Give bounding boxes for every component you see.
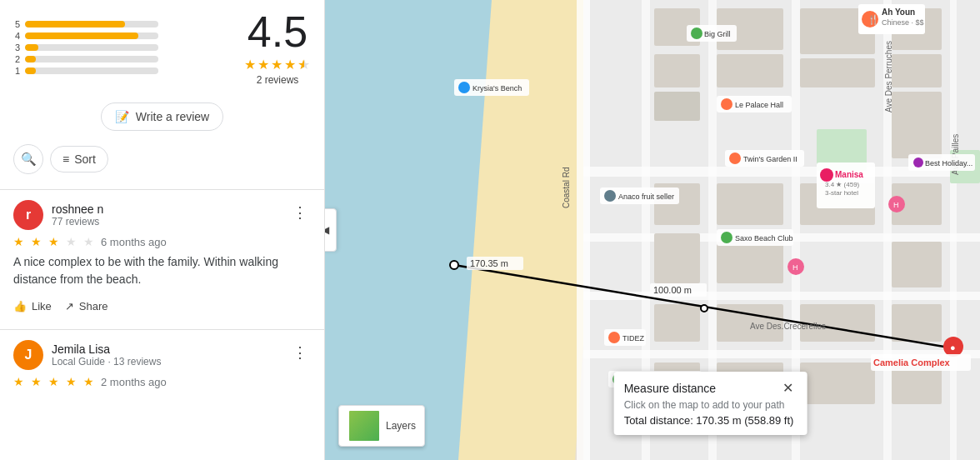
review-star-1c: ★ [48,235,59,248]
svg-rect-23 [892,92,942,158]
collapse-arrow[interactable]: ◀ [325,208,337,252]
bar-num-2: 2 [13,54,20,64]
bar-fill-1 [25,68,36,74]
review-time-1: 6 months ago [101,236,167,248]
layers-label: Layers [386,420,416,432]
bar-track-3 [25,44,158,51]
more-button-1[interactable]: ⋮ [289,200,311,225]
review-card-2: J Jemila Lisa Local Guide · 13 reviews ⋮… [13,340,311,388]
measure-distance: Total distance: 170.35 m (558.89 ft) [624,414,794,427]
svg-rect-27 [717,242,783,283]
reviewer-info-1: roshnee n 77 reviews [52,202,103,228]
search-icon: 🔍 [21,152,37,167]
svg-text:Manisa: Manisa [835,170,863,179]
avatar-1: r [13,200,43,230]
svg-text:Chinese · $$: Chinese · $$ [882,18,924,27]
close-measure-button[interactable]: ✕ [782,380,793,396]
rating-summary: 5 4 3 2 1 4.5 [13,10,311,86]
svg-rect-16 [654,92,700,121]
rating-bars: 5 4 3 2 1 [13,19,231,78]
bar-row-4: 4 [13,31,231,41]
svg-point-42 [450,261,458,269]
measure-popup: Measure distance ✕ Click on the map to a… [614,372,808,435]
svg-point-63 [691,28,702,39]
bar-num-1: 1 [13,66,20,76]
svg-rect-22 [892,54,942,88]
chevron-left-icon: ◀ [325,224,329,236]
svg-text:●: ● [950,342,956,352]
reviewer-meta-1: 77 reviews [52,216,103,228]
search-button[interactable]: 🔍 [13,144,43,174]
reviewer-left-1: r roshnee n 77 reviews [13,200,103,230]
bar-track-5 [25,21,158,28]
bar-num-3: 3 [13,42,20,52]
svg-text:170.35 m: 170.35 m [470,258,508,268]
svg-rect-26 [717,183,783,225]
map-section[interactable]: ◀ [325,0,980,460]
bar-row-3: 3 [13,42,231,52]
svg-text:3.4 ★ (459): 3.4 ★ (459) [825,181,860,188]
svg-text:Best Holiday...: Best Holiday... [925,159,972,168]
svg-text:Twin's Garden II: Twin's Garden II [743,155,798,163]
svg-point-72 [729,152,741,164]
star-2: ★ [258,57,269,72]
reviewer-name-1: roshnee n [52,202,103,216]
svg-rect-18 [717,54,783,88]
like-icon-1: 👍 [13,300,27,312]
svg-rect-15 [654,54,700,88]
share-button-1[interactable]: ↗ Share [65,297,108,316]
svg-point-44 [701,305,708,312]
svg-point-75 [820,168,833,182]
sort-label: Sort [74,152,96,166]
score-section: 4.5 ★ ★ ★ ★ ★ ★ 2 reviews [244,10,311,86]
write-review-label: Write a review [136,110,209,123]
like-button-1[interactable]: 👍 Like [13,297,52,316]
reviewer-info-2: Jemila Lisa Local Guide · 13 reviews [52,342,161,368]
review-stars-time-1: ★ ★ ★ ★ ★ 6 months ago [13,235,311,248]
svg-text:Anaco fruit seller: Anaco fruit seller [618,192,674,201]
svg-text:3-star hotel: 3-star hotel [825,189,858,197]
review-time-2: 2 months ago [101,376,167,388]
measure-title: Measure distance [624,382,717,395]
stars-row: ★ ★ ★ ★ ★ ★ [244,57,311,72]
svg-text:Saxo Beach Club: Saxo Beach Club [735,234,793,242]
svg-text:Krysia's Bench: Krysia's Bench [472,84,522,92]
bar-row-5: 5 [13,19,231,29]
svg-text:Big Grill: Big Grill [704,30,731,38]
divider-2 [0,329,324,330]
svg-point-89 [608,332,620,343]
svg-point-83 [604,190,616,202]
star-4: ★ [284,57,296,72]
svg-point-69 [721,98,732,110]
svg-text:H: H [893,201,899,209]
star-3: ★ [271,57,282,72]
reviewer-header-2: J Jemila Lisa Local Guide · 13 reviews ⋮ [13,340,311,370]
write-review-button[interactable]: 📝 Write a review [101,102,223,131]
review-actions-1: 👍 Like ↗ Share [13,297,311,316]
review-count: 2 reviews [244,74,311,86]
review-card-1: r roshnee n 77 reviews ⋮ ★ ★ ★ ★ ★ 6 mon… [13,200,311,316]
svg-rect-30 [892,242,942,288]
svg-rect-31 [654,304,700,342]
svg-text:Ave Des.Crecerelles: Ave Des.Crecerelles [750,322,826,331]
layers-button[interactable]: Layers [338,405,425,447]
svg-text:Ave Des Perruches: Ave Des Perruches [884,41,893,112]
bar-track-4 [25,32,158,39]
bar-row-2: 2 [13,54,231,64]
more-button-2[interactable]: ⋮ [289,340,311,365]
svg-point-66 [458,82,470,93]
bar-row-1: 1 [13,66,231,76]
svg-point-80 [913,158,923,168]
share-icon-1: ↗ [65,300,74,312]
bar-fill-4 [25,32,138,39]
svg-rect-34 [892,304,942,342]
star-half: ★ ★ [298,57,311,72]
bar-track-2 [25,56,158,62]
sort-button[interactable]: ≡ Sort [50,146,108,172]
svg-text:100.00 m: 100.00 m [653,285,692,295]
svg-text:H: H [792,263,798,272]
share-label-1: Share [79,300,108,312]
bar-track-1 [25,68,158,74]
like-label-1: Like [32,300,52,312]
measure-popup-header: Measure distance ✕ [624,380,794,396]
